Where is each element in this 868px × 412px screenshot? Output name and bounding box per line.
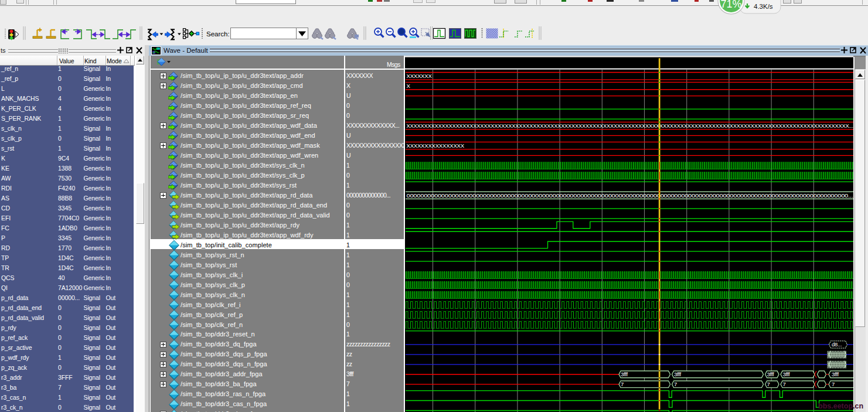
svg-text:3fff: 3fff (767, 371, 775, 377)
svg-text:3fff: 3fff (832, 371, 839, 377)
svg-text:7: 7 (783, 381, 786, 387)
svg-text:7: 7 (832, 381, 835, 387)
svg-text:X: X (407, 83, 411, 89)
svg-text:3fff: 3fff (621, 371, 628, 377)
svg-text:71%: 71% (720, 0, 741, 10)
svg-text:XXXXXXX: XXXXXXX (407, 73, 433, 79)
svg-text:d8...: d8... (832, 341, 842, 348)
svg-text:7: 7 (767, 381, 770, 387)
svg-text:XXXXXXXXXXXXXXXX: XXXXXXXXXXXXXXXX (407, 142, 465, 149)
svg-text:3fff: 3fff (674, 371, 682, 377)
svg-text:4.3K/s: 4.3K/s (754, 3, 773, 10)
svg-text:000000000000000000000000000000: 0000000000000000000000000000000000000000… (407, 192, 853, 199)
svg-text:3fff: 3fff (783, 371, 791, 377)
svg-text:7: 7 (674, 381, 677, 387)
svg-text:XXXXXXXXXXXXXXXXXXXXXXXXXXXXXX: XXXXXXXXXXXXXXXXXXXXXXXXXXXXXXXXXXXXXXXX… (407, 122, 853, 129)
svg-text:Search:: Search: (206, 30, 230, 38)
svg-text:7: 7 (621, 381, 624, 387)
